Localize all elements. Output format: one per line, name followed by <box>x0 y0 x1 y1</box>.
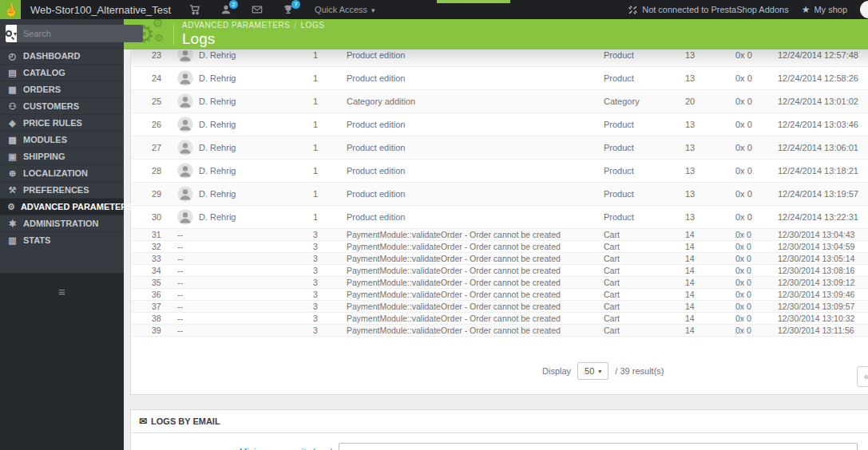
customers-icon-top[interactable]: 2 <box>220 4 232 16</box>
cell-error-code: 0x 0 <box>731 266 774 275</box>
cell-id: 26 <box>131 120 177 129</box>
cell-message: Product edition <box>343 189 600 199</box>
sidebar-item-preferences[interactable]: ⚒PREFERENCES <box>0 181 124 198</box>
sidebar-item-localization[interactable]: ⊕LOCALIZATION <box>0 164 124 181</box>
cell-id: 24 <box>131 73 177 83</box>
cart-icon[interactable] <box>188 4 200 16</box>
sidebar-item-shipping[interactable]: ▣SHIPPING <box>0 148 124 164</box>
sidebar-item-label: DASHBOARD <box>23 51 81 61</box>
cell-message: PaymentModule::validateOrder - Order can… <box>343 266 600 275</box>
table-row[interactable]: 35--3PaymentModule::validateOrder - Orde… <box>131 277 868 289</box>
logs-by-email-header: ✉ LOGS BY EMAIL <box>131 410 868 433</box>
logs-by-email-panel: ✉ LOGS BY EMAIL Minimum severity level <box>130 409 868 450</box>
sidebar-item-catalog[interactable]: ▤CATALOG <box>0 64 124 81</box>
table-row[interactable]: 38--3PaymentModule::validateOrder - Orde… <box>131 313 868 325</box>
cell-object-type: Product <box>600 50 681 60</box>
cell-object-id: 13 <box>681 212 731 222</box>
sidebar-item-advanced-parameters[interactable]: ⚙ADVANCED PARAMETERS <box>0 198 124 215</box>
table-row[interactable]: 27D. Rehrig1Product editionProduct130x 0… <box>131 136 868 160</box>
prestashop-logo[interactable]: ☝ <box>0 0 21 19</box>
cell-severity: 3 <box>308 326 343 335</box>
table-row[interactable]: 29D. Rehrig1Product editionProduct130x 0… <box>131 183 868 206</box>
sidebar-item-label: ADVANCED PARAMETERS <box>21 202 133 211</box>
cell-id: 31 <box>131 230 177 239</box>
table-row[interactable]: 32--3PaymentModule::validateOrder - Orde… <box>131 241 868 253</box>
messages-envelope-icon[interactable] <box>251 4 263 16</box>
cell-severity: 3 <box>308 254 343 263</box>
cell-error-code: 0x 0 <box>731 314 774 323</box>
table-row[interactable]: 33--3PaymentModule::validateOrder - Orde… <box>131 253 868 265</box>
cell-employee: -- <box>177 266 308 275</box>
catalog-icon: ▤ <box>7 68 18 78</box>
table-row[interactable]: 31--3PaymentModule::validateOrder - Orde… <box>131 229 868 241</box>
cell-message: PaymentModule::validateOrder - Order can… <box>343 278 600 287</box>
table-row[interactable]: 36--3PaymentModule::validateOrder - Orde… <box>131 289 868 301</box>
collapse-menu-icon[interactable]: ≡ <box>58 286 65 298</box>
sidebar-item-price-rules[interactable]: ◈PRICE RULES <box>0 114 124 131</box>
table-row[interactable]: 25D. Rehrig1Category additionCategory200… <box>131 90 868 113</box>
table-row[interactable]: 37--3PaymentModule::validateOrder - Orde… <box>131 301 868 313</box>
cell-object-type: Cart <box>600 242 681 251</box>
table-row[interactable]: 26D. Rehrig1Product editionProduct130x 0… <box>131 113 868 136</box>
cell-severity: 3 <box>308 266 343 275</box>
sidebar-item-label: CATALOG <box>23 68 65 77</box>
cell-error-code: 0x 0 <box>731 326 774 335</box>
table-row[interactable]: 28D. Rehrig1Product editionProduct130x 0… <box>131 160 868 183</box>
avatar <box>177 209 193 225</box>
avatar <box>177 163 193 179</box>
cell-id: 35 <box>131 278 177 287</box>
avatar <box>177 116 193 132</box>
minimum-severity-label: Minimum severity level <box>131 443 332 450</box>
sidebar-item-customers[interactable]: ⚇CUSTOMERS <box>0 97 124 114</box>
cell-severity: 1 <box>308 166 343 176</box>
cell-error-code: 0x 0 <box>731 254 774 263</box>
sidebar-item-label: PREFERENCES <box>23 185 89 195</box>
avatar <box>177 186 193 202</box>
table-row[interactable]: 24D. Rehrig1Product editionProduct130x 0… <box>131 67 868 90</box>
sidebar-item-modules[interactable]: ▩MODULES <box>0 131 124 148</box>
pagination-bar: Display 50 ▾ / 39 result(s) <box>131 337 868 394</box>
employee-name: D. Rehrig <box>199 73 236 83</box>
breadcrumb-page[interactable]: LOGS <box>301 21 325 30</box>
broken-link-icon <box>628 5 638 15</box>
addons-status-link[interactable]: Not connected to PrestaShop Addons <box>628 5 788 15</box>
search-scope-dropdown[interactable]: ▾ <box>6 25 17 42</box>
cell-message: PaymentModule::validateOrder - Order can… <box>343 254 600 263</box>
previous-page-button[interactable]: « <box>857 366 868 387</box>
cell-error-code: 0x 0 <box>731 242 774 251</box>
trophy-icon[interactable]: 7 <box>282 4 294 16</box>
cell-severity: 1 <box>308 50 343 60</box>
quick-access-menu[interactable]: Quick Access ▼ <box>315 5 376 14</box>
cell-message: Product edition <box>343 143 600 152</box>
sidebar-item-stats[interactable]: ▥STATS <box>0 231 124 248</box>
employee-name: D. Rehrig <box>199 50 236 60</box>
cell-date: 12/24/2014 12:57:48 <box>774 50 868 60</box>
customers-badge: 2 <box>229 0 238 9</box>
avatar <box>177 70 193 86</box>
cell-id: 30 <box>131 212 177 222</box>
cell-object-id: 14 <box>681 290 731 299</box>
table-row[interactable]: 23D. Rehrig1Product editionProduct130x 0… <box>131 49 868 67</box>
minimum-severity-input[interactable] <box>339 443 858 450</box>
my-shop-link[interactable]: ★ My shop <box>802 4 847 15</box>
cell-object-type: Product <box>600 143 681 152</box>
table-row[interactable]: 34--3PaymentModule::validateOrder - Orde… <box>131 265 868 277</box>
page-size-dropdown[interactable]: 50 ▾ <box>577 362 608 380</box>
search-input[interactable] <box>17 25 143 42</box>
shop-name[interactable]: Web-Stor100_Alternative_Test <box>30 4 171 16</box>
cell-employee: -- <box>177 230 308 239</box>
log-table-rows: 23D. Rehrig1Product editionProduct130x 0… <box>131 49 868 337</box>
cell-object-type: Cart <box>600 230 681 239</box>
breadcrumb-section[interactable]: ADVANCED PARAMETERS <box>182 21 290 30</box>
sidebar-item-administration[interactable]: ✱ADMINISTRATION <box>0 215 124 231</box>
employee-avatar[interactable] <box>860 1 868 18</box>
cell-severity: 3 <box>308 314 343 323</box>
table-row[interactable]: 39--3PaymentModule::validateOrder - Orde… <box>131 325 868 337</box>
envelope-icon: ✉ <box>139 416 147 427</box>
logs-table-panel: 23D. Rehrig1Product editionProduct130x 0… <box>130 49 868 395</box>
cell-id: 38 <box>131 314 177 323</box>
sidebar-item-orders[interactable]: ▦ORDERS <box>0 81 124 97</box>
cell-object-id: 14 <box>681 278 731 287</box>
sidebar-item-dashboard[interactable]: ◴DASHBOARD <box>0 47 124 64</box>
table-row[interactable]: 30D. Rehrig1Product editionProduct130x 0… <box>131 206 868 229</box>
